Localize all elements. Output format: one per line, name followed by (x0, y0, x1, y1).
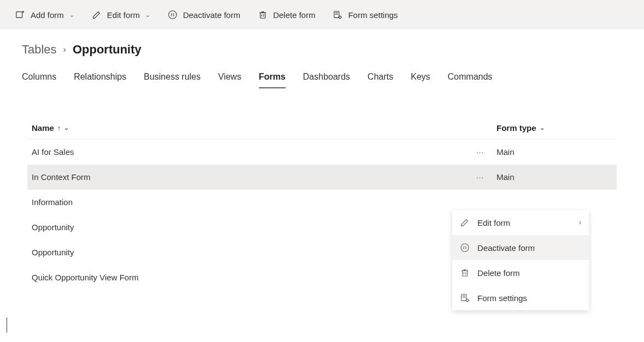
row-actions-icon[interactable]: ··· (476, 148, 485, 157)
context-delete-form[interactable]: Delete form (452, 260, 589, 285)
row-name-cell: Quick Opportunity View Form (27, 273, 464, 282)
deactivate-form-button[interactable]: Deactivate form (161, 5, 247, 24)
form-settings-button[interactable]: Form settings (326, 5, 404, 24)
add-form-button[interactable]: Add form ⌄ (9, 5, 81, 24)
tab-relationships[interactable]: Relationships (74, 72, 126, 88)
tab-business-rules[interactable]: Business rules (144, 72, 200, 88)
top-toolbar: Add form ⌄ Edit form ⌄ Deactivate form (0, 0, 644, 29)
chevron-down-icon: ⌄ (145, 11, 150, 19)
deactivate-form-label: Deactivate form (183, 10, 240, 20)
svg-rect-6 (260, 13, 265, 18)
breadcrumb-parent[interactable]: Tables (22, 43, 57, 57)
context-settings-label: Form settings (477, 293, 527, 303)
table-row[interactable]: In Context Form···Main (27, 165, 617, 190)
pause-circle-icon (168, 10, 178, 20)
chevron-down-icon: ⌄ (540, 124, 545, 131)
delete-form-button[interactable]: Delete form (251, 5, 322, 24)
add-form-label: Add form (31, 10, 64, 20)
edit-icon (460, 218, 470, 227)
column-header-name-label: Name (32, 123, 54, 133)
edit-icon (92, 10, 102, 20)
tab-commands[interactable]: Commands (448, 72, 493, 88)
context-delete-label: Delete form (477, 268, 520, 278)
chevron-down-icon: ⌄ (69, 11, 74, 19)
pause-circle-icon (460, 243, 470, 253)
sort-ascending-icon: ↑ (57, 124, 61, 132)
edit-form-button[interactable]: Edit form ⌄ (85, 5, 157, 24)
text-cursor (7, 317, 7, 333)
row-context-menu: Edit form › Deactivate form Delete form (452, 210, 589, 310)
tab-charts[interactable]: Charts (368, 72, 393, 88)
chevron-right-icon: › (579, 219, 581, 226)
svg-point-3 (169, 11, 176, 19)
edit-form-label: Edit form (107, 10, 140, 20)
row-name-cell: Information (27, 197, 464, 207)
trash-icon (258, 10, 268, 20)
context-form-settings[interactable]: Form settings (452, 285, 589, 310)
svg-point-18 (461, 244, 469, 251)
chevron-right-icon: › (63, 45, 66, 55)
tab-columns[interactable]: Columns (22, 72, 56, 88)
form-settings-label: Form settings (348, 10, 398, 20)
context-deactivate-form[interactable]: Deactivate form (452, 235, 589, 260)
table-header: Name ↑ ⌄ Form type ⌄ (27, 123, 617, 140)
form-settings-icon (333, 10, 342, 20)
row-name-cell: Opportunity (27, 223, 464, 232)
svg-rect-0 (16, 12, 22, 18)
context-edit-label: Edit form (477, 218, 510, 227)
row-name-cell: In Context Form (27, 172, 464, 182)
row-actions-icon[interactable]: ··· (476, 173, 485, 182)
context-deactivate-label: Deactivate form (477, 243, 535, 253)
row-name-cell: AI for Sales (27, 147, 464, 157)
tab-views[interactable]: Views (218, 72, 241, 88)
trash-icon (460, 268, 470, 278)
row-type-cell: Main (497, 147, 617, 157)
tab-dashboards[interactable]: Dashboards (303, 72, 350, 88)
breadcrumb: Tables › Opportunity (22, 43, 622, 57)
svg-rect-21 (463, 271, 468, 276)
column-header-type-label: Form type (497, 123, 536, 133)
row-name-cell: Opportunity (27, 248, 464, 257)
context-edit-form[interactable]: Edit form › (452, 210, 589, 235)
breadcrumb-current: Opportunity (73, 43, 141, 57)
tab-keys[interactable]: Keys (411, 72, 430, 88)
entity-tabs: Columns Relationships Business rules Vie… (22, 72, 622, 88)
delete-form-label: Delete form (273, 10, 316, 20)
form-settings-icon (460, 293, 470, 303)
column-header-name[interactable]: Name ↑ ⌄ (27, 123, 464, 133)
chevron-down-icon: ⌄ (64, 124, 69, 131)
add-form-icon (15, 10, 25, 20)
row-type-cell: Main (497, 172, 617, 182)
tab-forms[interactable]: Forms (259, 72, 286, 88)
table-row[interactable]: AI for Sales···Main (27, 140, 617, 165)
column-header-form-type[interactable]: Form type ⌄ (497, 123, 617, 133)
